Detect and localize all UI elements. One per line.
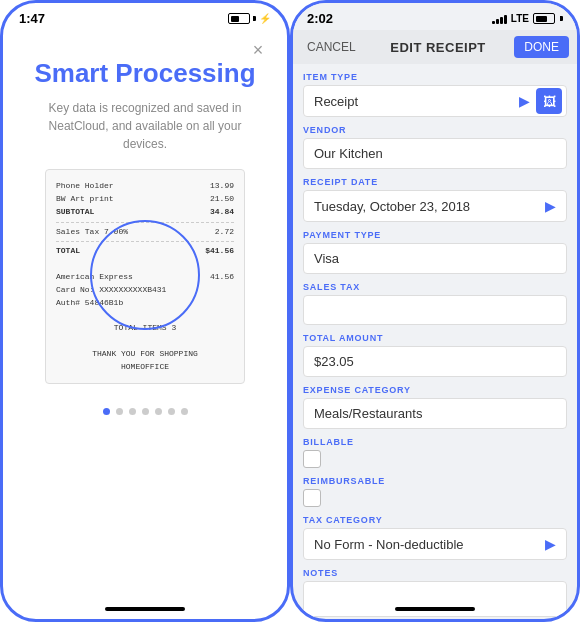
field-total-amount: TOTAL AMOUNT $23.05: [303, 333, 567, 377]
input-vendor[interactable]: Our Kitchen: [303, 138, 567, 169]
label-item-type: ITEM TYPE: [303, 72, 567, 82]
smart-processing-subtitle: Key data is recognized and saved in Neat…: [27, 99, 263, 153]
dot-3: [129, 408, 136, 415]
bar-1: [492, 21, 495, 24]
receipt-divider-2: [56, 241, 234, 242]
receipt-thank-you: THANK YOU FOR SHOPPING: [56, 348, 234, 361]
value-vendor: Our Kitchen: [314, 146, 383, 161]
input-total-amount[interactable]: $23.05: [303, 346, 567, 377]
input-payment-type[interactable]: Visa: [303, 243, 567, 274]
signal-battery-group: LTE: [492, 13, 563, 24]
chevron-right-icon: ▶: [519, 93, 530, 109]
input-notes[interactable]: [303, 581, 567, 617]
receipt-item-art: BW Art print: [56, 193, 114, 206]
field-billable: BILLABLE: [303, 437, 567, 468]
bar-2: [496, 19, 499, 24]
nav-title: EDIT RECEIPT: [366, 40, 511, 55]
field-item-type: ITEM TYPE Receipt ▶ 🖼: [303, 72, 567, 117]
label-total-amount: TOTAL AMOUNT: [303, 333, 567, 343]
left-panel: 1:47 ⚡ × Smart Processing Key data is re…: [0, 0, 290, 622]
done-button[interactable]: DONE: [514, 36, 569, 58]
label-reimbursable: REIMBURSABLE: [303, 476, 567, 486]
receipt-price-phone: 13.99: [210, 180, 234, 193]
input-expense-category[interactable]: Meals/Restaurants: [303, 398, 567, 429]
cancel-button[interactable]: CANCEL: [301, 36, 362, 58]
chevron-tax-icon: ▶: [545, 536, 556, 552]
field-vendor: VENDOR Our Kitchen: [303, 125, 567, 169]
dot-2: [116, 408, 123, 415]
dot-7: [181, 408, 188, 415]
field-sales-tax: SALES TAX: [303, 282, 567, 325]
value-item-type: Receipt: [314, 94, 358, 109]
battery-tip: [253, 16, 256, 21]
receipt-auth: Auth# 54846B1b: [56, 297, 234, 310]
receipt-price-art: 21.50: [210, 193, 234, 206]
field-expense-category: EXPENSE CATEGORY Meals/Restaurants: [303, 385, 567, 429]
bar-3: [500, 17, 503, 24]
smart-processing-title: Smart Processing: [34, 58, 255, 89]
label-billable: BILLABLE: [303, 437, 567, 447]
receipt-divider-1: [56, 222, 234, 223]
dot-6: [168, 408, 175, 415]
label-tax-category: TAX CATEGORY: [303, 515, 567, 525]
input-item-type[interactable]: Receipt ▶ 🖼: [303, 85, 567, 117]
right-battery-tip: [560, 16, 563, 21]
checkbox-billable[interactable]: [303, 450, 321, 468]
receipt-tax-row: Sales Tax 7.00% 2.72: [56, 226, 234, 239]
pagination-dots: [103, 408, 188, 415]
input-tax-category[interactable]: No Form - Non-deductible ▶: [303, 528, 567, 560]
receipt-items-count: TOTAL ITEMS 3: [56, 322, 234, 335]
dot-5: [155, 408, 162, 415]
value-total-amount: $23.05: [314, 354, 354, 369]
value-payment-type: Visa: [314, 251, 339, 266]
value-expense-category: Meals/Restaurants: [314, 406, 422, 421]
receipt-subtotal: SUBTOTAL 34.84: [56, 206, 234, 219]
input-sales-tax[interactable]: [303, 295, 567, 325]
receipt-item-phone: Phone Holder: [56, 180, 114, 193]
signal-bars: [492, 13, 507, 24]
right-battery-body: [533, 13, 555, 24]
receipt-amex: American Express 41.56: [56, 271, 234, 284]
label-vendor: VENDOR: [303, 125, 567, 135]
receipt-line-2: BW Art print 21.50: [56, 193, 234, 206]
field-receipt-date: RECEIPT DATE Tuesday, October 23, 2018 ▶: [303, 177, 567, 222]
input-receipt-date[interactable]: Tuesday, October 23, 2018 ▶: [303, 190, 567, 222]
right-panel: 2:02 LTE CANCEL EDIT RECEIPT DONE ITEM T…: [290, 0, 580, 622]
field-payment-type: PAYMENT TYPE Visa: [303, 230, 567, 274]
battery-fill: [231, 16, 240, 22]
dot-4: [142, 408, 149, 415]
left-time: 1:47: [19, 11, 45, 26]
field-tax-category: TAX CATEGORY No Form - Non-deductible ▶: [303, 515, 567, 560]
close-button[interactable]: ×: [247, 39, 269, 61]
chevron-date-icon: ▶: [545, 198, 556, 214]
receipt-preview: Phone Holder 13.99 BW Art print 21.50 SU…: [45, 169, 245, 384]
left-battery-icon: ⚡: [228, 13, 271, 24]
dot-1: [103, 408, 110, 415]
image-icon-button[interactable]: 🖼: [536, 88, 562, 114]
left-status-bar: 1:47 ⚡: [3, 3, 287, 30]
receipt-card-no: Card No: XXXXXXXXXXB431: [56, 284, 234, 297]
field-reimbursable: REIMBURSABLE: [303, 476, 567, 507]
receipt-line-1: Phone Holder 13.99: [56, 180, 234, 193]
label-receipt-date: RECEIPT DATE: [303, 177, 567, 187]
charging-bolt: ⚡: [259, 13, 271, 24]
label-payment-type: PAYMENT TYPE: [303, 230, 567, 240]
form-scroll: ITEM TYPE Receipt ▶ 🖼 VENDOR Our Kitchen…: [293, 64, 577, 619]
lte-label: LTE: [511, 13, 529, 24]
checkbox-reimbursable[interactable]: [303, 489, 321, 507]
right-time: 2:02: [307, 11, 333, 26]
home-indicator-left: [105, 607, 185, 611]
label-notes: NOTES: [303, 568, 567, 578]
receipt-store: HOMEOFFICE: [56, 361, 234, 374]
right-battery-fill: [536, 16, 548, 22]
right-status-bar: 2:02 LTE: [293, 3, 577, 30]
bar-4: [504, 15, 507, 24]
value-tax-category: No Form - Non-deductible: [314, 537, 464, 552]
left-content: Smart Processing Key data is recognized …: [3, 30, 287, 384]
battery-body: [228, 13, 250, 24]
home-indicator-right: [395, 607, 475, 611]
receipt-total: TOTAL $41.56: [56, 245, 234, 258]
label-sales-tax: SALES TAX: [303, 282, 567, 292]
value-receipt-date: Tuesday, October 23, 2018: [314, 199, 470, 214]
label-expense-category: EXPENSE CATEGORY: [303, 385, 567, 395]
